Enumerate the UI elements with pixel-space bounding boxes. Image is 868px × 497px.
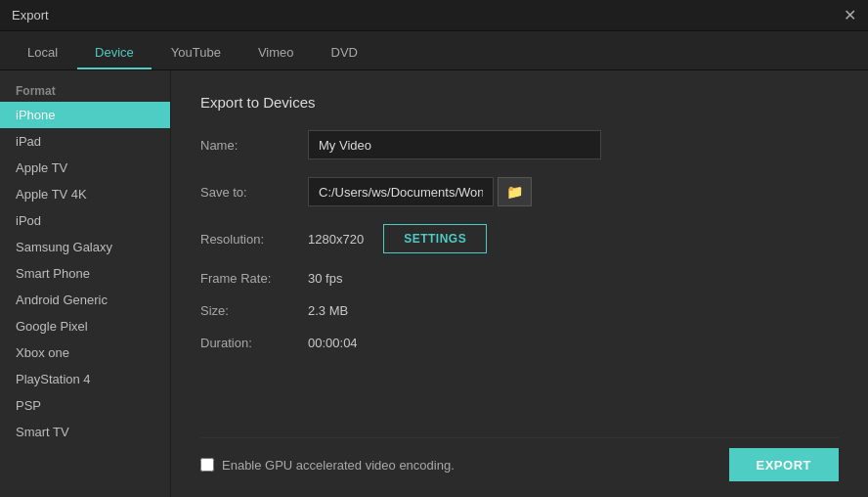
sidebar-item-iphone[interactable]: iPhone — [0, 102, 170, 128]
frame-rate-row: Frame Rate: 30 fps — [200, 271, 839, 286]
sidebar-item-playstation-4[interactable]: PlayStation 4 — [0, 366, 170, 392]
frame-rate-value: 30 fps — [308, 271, 342, 286]
sidebar-item-ipad[interactable]: iPad — [0, 128, 170, 155]
sidebar-item-smart-tv[interactable]: Smart TV — [0, 419, 170, 445]
duration-value: 00:00:04 — [308, 336, 358, 350]
sidebar-item-psp[interactable]: PSP — [0, 392, 170, 419]
name-label: Name: — [200, 138, 308, 153]
title-bar: Export ✕ — [0, 0, 868, 31]
sidebar-group-label: Format — [0, 78, 170, 102]
gpu-label: Enable GPU accelerated video encoding. — [222, 458, 455, 473]
close-button[interactable]: ✕ — [844, 8, 856, 23]
resolution-value: 1280x720 — [308, 232, 364, 247]
tab-device[interactable]: Device — [77, 37, 152, 69]
sidebar-item-ipod[interactable]: iPod — [0, 207, 170, 234]
folder-button[interactable]: 📁 — [498, 177, 532, 206]
save-to-label: Save to: — [200, 185, 308, 200]
sidebar-item-android-generic[interactable]: Android Generic — [0, 287, 170, 313]
footer: Enable GPU accelerated video encoding. E… — [200, 437, 839, 481]
resolution-controls: 1280x720 SETTINGS — [308, 224, 487, 253]
main-layout: Format iPhone iPad Apple TV Apple TV 4K … — [0, 70, 868, 497]
content-title: Export to Devices — [200, 94, 839, 111]
duration-row: Duration: 00:00:04 — [200, 336, 839, 350]
size-label: Size: — [200, 303, 308, 318]
tab-dvd[interactable]: DVD — [314, 37, 375, 69]
export-button[interactable]: EXPORT — [729, 448, 839, 481]
duration-label: Duration: — [200, 336, 308, 350]
sidebar-item-apple-tv-4k[interactable]: Apple TV 4K — [0, 181, 170, 207]
gpu-row: Enable GPU accelerated video encoding. — [200, 458, 455, 473]
save-to-input[interactable] — [308, 177, 494, 206]
tab-bar: Local Device YouTube Vimeo DVD — [0, 31, 868, 70]
sidebar-item-apple-tv[interactable]: Apple TV — [0, 155, 170, 181]
window-title: Export — [12, 8, 49, 23]
name-row: Name: — [200, 130, 839, 159]
content-area: Export to Devices Name: Save to: 📁 Resol… — [171, 70, 868, 497]
sidebar-item-google-pixel[interactable]: Google Pixel — [0, 313, 170, 339]
tab-youtube[interactable]: YouTube — [153, 37, 239, 69]
save-to-controls: 📁 — [308, 177, 532, 206]
tab-vimeo[interactable]: Vimeo — [240, 37, 312, 69]
sidebar-item-smart-phone[interactable]: Smart Phone — [0, 260, 170, 287]
sidebar: Format iPhone iPad Apple TV Apple TV 4K … — [0, 70, 171, 497]
sidebar-item-samsung-galaxy[interactable]: Samsung Galaxy — [0, 234, 170, 260]
save-to-row: Save to: 📁 — [200, 177, 839, 206]
resolution-row: Resolution: 1280x720 SETTINGS — [200, 224, 839, 253]
name-input[interactable] — [308, 130, 601, 159]
gpu-checkbox[interactable] — [200, 458, 214, 472]
size-value: 2.3 MB — [308, 303, 348, 318]
resolution-label: Resolution: — [200, 232, 308, 247]
sidebar-item-xbox-one[interactable]: Xbox one — [0, 339, 170, 366]
size-row: Size: 2.3 MB — [200, 303, 839, 318]
tab-local[interactable]: Local — [10, 37, 75, 69]
frame-rate-label: Frame Rate: — [200, 271, 308, 286]
settings-button[interactable]: SETTINGS — [383, 224, 487, 253]
